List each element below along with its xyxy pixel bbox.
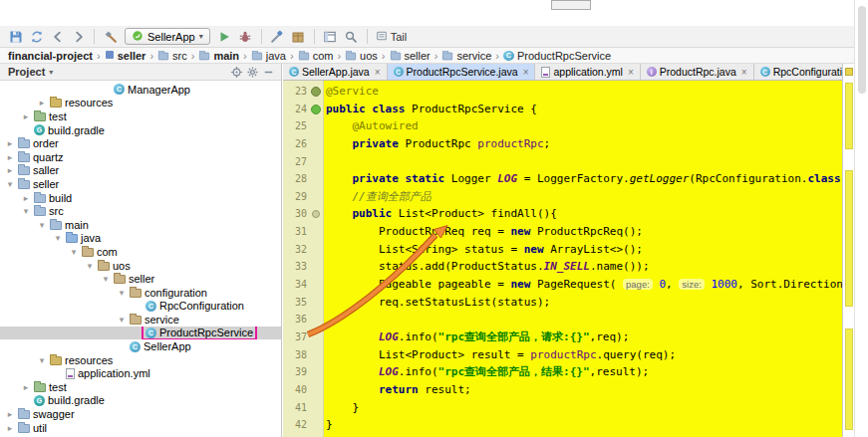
- gear-icon[interactable]: [244, 65, 260, 80]
- tree-item-resources[interactable]: ▸resources: [0, 97, 281, 110]
- breadcrumb-separator-icon: ›: [290, 50, 294, 62]
- tree-item-util[interactable]: ▸util: [0, 421, 281, 435]
- bean-method-icon[interactable]: [312, 210, 320, 218]
- chevron-collapsed-icon[interactable]: ▸: [4, 138, 16, 148]
- chevron-collapsed-icon[interactable]: ▸: [20, 193, 32, 203]
- package-icon[interactable]: [289, 28, 308, 46]
- tree-item-seller[interactable]: ▾seller: [0, 272, 281, 286]
- tree-item-labelwrap: com: [80, 246, 120, 258]
- minus-icon[interactable]: [260, 65, 276, 80]
- chevron-collapsed-icon[interactable]: ▸: [4, 409, 16, 419]
- breadcrumb-item-ProductRpcService[interactable]: CProductRpcService: [503, 50, 611, 62]
- tab-SellerApp.java[interactable]: CSellerApp.java×: [283, 64, 388, 80]
- tree-item-labelwrap: Gbuild.gradle: [32, 394, 107, 406]
- hammer-icon[interactable]: [101, 28, 120, 46]
- back-icon[interactable]: [48, 28, 67, 46]
- chevron-expanded-icon[interactable]: ▾: [68, 247, 80, 257]
- project-panel-header: Project ▾: [0, 64, 281, 81]
- line-number: 23: [283, 83, 307, 101]
- code-editor[interactable]: 23@Service24public class ProductRpcServi…: [283, 81, 842, 437]
- tree-item-test[interactable]: ▸test: [0, 109, 281, 123]
- breadcrumb-item-uos[interactable]: uos: [345, 50, 378, 62]
- tree-item-RpcConfiguration[interactable]: CRpcConfiguration: [0, 300, 281, 314]
- close-icon[interactable]: ×: [523, 67, 529, 78]
- screwdriver-icon[interactable]: [268, 28, 287, 46]
- chevron-expanded-icon[interactable]: ▾: [4, 179, 16, 189]
- search-icon[interactable]: [342, 28, 361, 46]
- debug-icon[interactable]: [236, 28, 255, 46]
- chevron-expanded-icon[interactable]: ▾: [36, 355, 48, 365]
- sync-icon[interactable]: [27, 28, 46, 46]
- breadcrumb-item-financial-project[interactable]: financial-project: [8, 50, 93, 62]
- chevron-expanded-icon[interactable]: ▾: [52, 233, 64, 243]
- tree-item-quartz[interactable]: ▸quartz: [0, 150, 281, 164]
- tab-RpcConfiguration.java[interactable]: CRpcConfiguration.java×: [754, 64, 842, 80]
- tree-item-com[interactable]: ▾com: [0, 245, 281, 259]
- folder-icon: [18, 153, 30, 162]
- chevron-expanded-icon[interactable]: ▾: [100, 274, 112, 284]
- locate-icon[interactable]: [228, 65, 244, 80]
- breadcrumb-item-com[interactable]: com: [298, 50, 334, 62]
- class-icon: C: [145, 301, 156, 312]
- tab-ProductRpcService.java[interactable]: CProductRpcService.java×: [388, 64, 536, 80]
- chevron-down-icon[interactable]: ▾: [49, 68, 53, 77]
- forward-icon[interactable]: [69, 28, 88, 46]
- run-config-dropdown[interactable]: SellerApp▾: [125, 28, 210, 45]
- tree-item-uos[interactable]: ▾uos: [0, 259, 281, 273]
- class-icon: C: [145, 328, 156, 338]
- tree-item-main[interactable]: ▾main: [0, 218, 281, 232]
- window-icon[interactable]: [321, 28, 340, 46]
- spring-boot-run-icon[interactable]: [311, 105, 321, 114]
- chevron-collapsed-icon[interactable]: ▸: [36, 98, 48, 108]
- tree-item-saller[interactable]: ▸saller: [0, 164, 281, 178]
- save-icon[interactable]: [6, 28, 25, 46]
- tree-item-service[interactable]: ▾service: [0, 313, 281, 327]
- tab-ProductRpc.java[interactable]: IProductRpc.java×: [641, 64, 754, 80]
- spring-bean-icon[interactable]: [311, 87, 321, 97]
- error-stripe[interactable]: [842, 64, 854, 437]
- breadcrumb-item-src[interactable]: src: [157, 50, 187, 62]
- run-icon[interactable]: [215, 28, 234, 46]
- tree-item-test[interactable]: ▸test: [0, 380, 281, 394]
- chevron-expanded-icon[interactable]: ▾: [84, 261, 96, 271]
- tree-item-configuration[interactable]: ▾configuration: [0, 286, 281, 300]
- tree-item-build.gradle[interactable]: Gbuild.gradle: [0, 394, 281, 408]
- chevron-collapsed-icon[interactable]: ▸: [20, 382, 32, 392]
- chevron-collapsed-icon[interactable]: ▸: [4, 165, 16, 175]
- tree-item-build.gradle[interactable]: Gbuild.gradle: [0, 123, 281, 137]
- tree-item-seller[interactable]: ▾seller: [0, 177, 281, 191]
- main-toolbar: SellerApp▾Tail: [0, 26, 854, 48]
- chevron-expanded-icon[interactable]: ▾: [116, 315, 128, 325]
- breadcrumb-item-service[interactable]: service: [441, 50, 491, 62]
- project-tree[interactable]: CManagerApp▸resources▸testGbuild.gradle▸…: [0, 81, 281, 437]
- code-line-38: 38 List<Product> result = productRpc.que…: [283, 346, 842, 364]
- tree-item-ManagerApp[interactable]: CManagerApp: [0, 83, 281, 97]
- breadcrumb-item-java[interactable]: java: [251, 50, 286, 62]
- line-number: 34: [283, 276, 307, 294]
- breadcrumb-item-seller[interactable]: seller: [105, 50, 146, 62]
- close-icon[interactable]: ×: [741, 67, 747, 78]
- chevron-expanded-icon[interactable]: ▾: [36, 220, 48, 230]
- tree-item-application.yml[interactable]: application.yml: [0, 366, 281, 380]
- tree-item-build[interactable]: ▸build: [0, 191, 281, 205]
- breadcrumb-item-main[interactable]: main: [198, 50, 239, 62]
- scrollbar-thumb[interactable]: [858, 6, 866, 94]
- tree-item-src[interactable]: ▾src: [0, 204, 281, 218]
- tree-item-resources[interactable]: ▾resources: [0, 353, 281, 367]
- tree-item-swagger[interactable]: ▸swagger: [0, 407, 281, 421]
- tree-item-order[interactable]: ▸order: [0, 136, 281, 150]
- close-icon[interactable]: ×: [628, 67, 634, 78]
- chevron-expanded-icon[interactable]: ▾: [116, 288, 128, 298]
- chevron-collapsed-icon[interactable]: ▸: [20, 111, 32, 121]
- chevron-expanded-icon[interactable]: ▾: [20, 206, 32, 216]
- tab-application.yml[interactable]: application.yml×: [535, 64, 640, 80]
- gradle-icon: G: [34, 395, 45, 406]
- chevron-collapsed-icon[interactable]: ▸: [4, 152, 16, 162]
- chevron-collapsed-icon[interactable]: ▸: [4, 423, 16, 433]
- tail-toolbar-item[interactable]: Tail: [376, 30, 408, 44]
- tree-item-ProductRpcService[interactable]: CProductRpcService: [0, 327, 281, 340]
- tree-item-SellerApp[interactable]: CSellerApp: [0, 339, 281, 353]
- breadcrumb-item-seller[interactable]: seller: [390, 50, 431, 62]
- close-icon[interactable]: ×: [375, 67, 381, 78]
- tree-item-java[interactable]: ▾java: [0, 232, 281, 246]
